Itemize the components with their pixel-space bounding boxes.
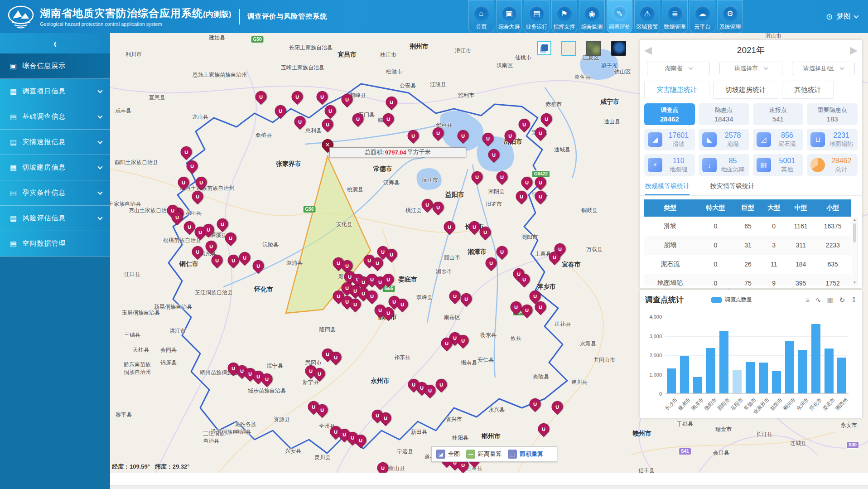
map-label-城步苗族自治县: 城步苗族自治县 (248, 387, 286, 395)
stat-card-隐患点[interactable]: 隐患点18434 (699, 103, 749, 125)
bar-常德市[interactable] (746, 362, 755, 393)
bar-湘潭市[interactable] (693, 377, 702, 393)
chevron-down-icon (764, 66, 768, 70)
sidebar-item-label: 基础调查信息 (22, 112, 98, 121)
tab-灾害隐患统计[interactable]: 灾害隐患统计 (644, 81, 709, 99)
bar-长沙市[interactable] (667, 368, 676, 393)
type-card-地裂缝[interactable]: ⚡110地裂缝 (644, 154, 695, 176)
nav-item-云平台[interactable]: ☁云平台 (690, 0, 715, 33)
sidebar-item-icon: ▤ (10, 214, 17, 223)
nav-item-指挥支撑[interactable]: ⚑指挥支撑 (551, 0, 577, 33)
satellite-basemap-thumb[interactable] (586, 41, 601, 56)
map-label-酉阳土家族自治县: 酉阳土家族自治县 (115, 159, 158, 166)
bar-益阳市[interactable] (772, 371, 781, 393)
stat-card-速报点[interactable]: 速报点541 (753, 103, 804, 125)
tab-切坡建房统计[interactable]: 切坡建房统计 (713, 81, 778, 99)
map-tool-距离量算[interactable]: ⊶距离量算 (466, 450, 502, 459)
sidebar-item-空间数据管理[interactable]: ▤空间数据管理 (0, 231, 110, 257)
type-card-value: 856 (781, 131, 793, 140)
bar-岳阳市[interactable] (733, 370, 742, 393)
nav-item-综合大屏[interactable]: ▣综合大屏 (496, 0, 522, 33)
table-scrollbar[interactable]: ▲ ▼ (852, 217, 858, 286)
map-label-通山县: 通山县 (604, 118, 620, 126)
prev-year-button[interactable]: ◀ (644, 45, 652, 55)
type-card-text: 2578崩塌 (720, 131, 746, 148)
bar-郴州市[interactable] (785, 341, 794, 393)
subtab-按灾情等级统计[interactable]: 按灾情等级统计 (710, 182, 755, 195)
type-card-text: 110地裂缝 (666, 157, 691, 174)
nav-label: 数据管理 (664, 23, 686, 31)
nav-item-区域预警[interactable]: ⚠区域预警 (634, 0, 660, 33)
map-label-长阳土家族自治县: 长阳土家族自治县 (289, 44, 333, 52)
map-label-沅江市: 沅江市 (422, 176, 438, 184)
street-basemap-thumb[interactable] (561, 41, 576, 56)
subtab-按规模等级统计[interactable]: 按规模等级统计 (645, 182, 690, 195)
chart-tool-4[interactable]: ⇩ (851, 296, 857, 304)
type-card-地面塌陷[interactable]: ⊔2231地面塌陷 (807, 129, 858, 150)
next-year-button[interactable]: ▶ (850, 45, 858, 55)
region-select-1[interactable]: 请选择市 (719, 62, 782, 75)
sidebar-item-基础调查信息[interactable]: ▤基础调查信息 (0, 104, 110, 130)
map-label-永州市: 永州市 (371, 377, 390, 385)
sidebar-collapse-button[interactable]: ‹ (0, 33, 110, 53)
bar-湘西州[interactable] (837, 358, 846, 393)
legend-label: 调查点数量 (725, 296, 752, 304)
type-card-崩塌[interactable]: ◣2578崩塌 (699, 129, 749, 150)
nav-item-系统管理[interactable]: ⚙系统管理 (717, 0, 743, 33)
sidebar-item-风险评估信息[interactable]: ▤风险评估信息 (0, 206, 110, 231)
chart-legend[interactable]: 调查点数量 (711, 296, 752, 304)
type-card-地面沉降[interactable]: ↓85地面沉降 (699, 154, 749, 176)
bar-怀化市[interactable] (811, 324, 820, 393)
scroll-up-icon[interactable]: ▲ (852, 218, 857, 222)
chart-tool-3[interactable]: ↻ (839, 296, 845, 304)
stat-card-重要隐患点[interactable]: 重要隐患点183 (807, 103, 858, 125)
chart-tool-1[interactable]: ∿ (815, 296, 821, 304)
bar-张家界市[interactable] (759, 363, 768, 393)
scroll-thumb[interactable] (853, 223, 856, 242)
layers-button[interactable] (537, 41, 551, 55)
map-tool-全图[interactable]: ◪全图 (436, 450, 460, 459)
type-cards: ◢17601滑坡◣2578崩塌◿856泥石流⊔2231地面塌陷⚡110地裂缝↓8… (644, 129, 858, 176)
bar-永州市[interactable] (798, 350, 807, 393)
type-card-滑坡[interactable]: ◢17601滑坡 (644, 129, 695, 150)
sidebar-item-灾情速报信息[interactable]: ▤灾情速报信息 (0, 130, 110, 155)
nav-item-首页[interactable]: ⌂首页 (468, 0, 494, 33)
type-card-总计[interactable]: ◔28462总计 (807, 154, 858, 176)
chevron-down-icon[interactable] (854, 13, 858, 18)
sidebar-item-孕灾条件信息[interactable]: ▤孕灾条件信息 (0, 180, 110, 206)
bar-邵阳市[interactable] (719, 331, 728, 393)
type-card-label: 地面塌陷 (829, 140, 853, 148)
nav-item-综合监测[interactable]: ◉综合监测 (579, 0, 605, 33)
sidebar-item-综合信息展示[interactable]: ▣综合信息展示 (0, 53, 110, 79)
nav-item-业务运行[interactable]: ▤业务运行 (524, 0, 550, 33)
chart-tool-0[interactable]: ≡ (805, 296, 810, 304)
globe-basemap-thumb[interactable] (611, 41, 626, 56)
bar-株洲市[interactable] (680, 356, 689, 393)
map-label-潜山市: 潜山市 (765, 33, 781, 40)
sidebar-item-icon: ▣ (10, 62, 17, 70)
地裂缝-icon: ⚡ (648, 158, 662, 172)
sidebar-item-调查项目信息[interactable]: ▤调查项目信息 (0, 79, 110, 104)
type-card-泥石流[interactable]: ◿856泥石流 (753, 129, 804, 150)
map-tool-面积量算[interactable]: ⬚面积量算 (508, 450, 543, 459)
region-select-2[interactable]: 请选择县/区 (792, 62, 855, 75)
grade-table-wrap: 类型特大型巨型大型中型小型 滑坡0650116116375崩塌031331122… (644, 199, 858, 286)
sidebar-menu: ▣综合信息展示▤调查项目信息▤基础调查信息▤灾情速报信息▤切坡建房信息▤孕灾条件… (0, 53, 110, 257)
stat-card-调查点[interactable]: 调查点28462 (644, 103, 695, 125)
latitude-value: 29.32° (173, 463, 190, 470)
bar-娄底市[interactable] (825, 349, 834, 393)
type-card-其他[interactable]: ▦5001其他 (753, 154, 804, 176)
nav-item-调查评价[interactable]: ✎调查评价 (607, 0, 632, 33)
chart-tool-2[interactable]: ▥ (827, 296, 834, 304)
map-label-湘乡市: 湘乡市 (436, 268, 452, 276)
scroll-down-icon[interactable]: ▼ (852, 281, 857, 285)
tab-其他统计[interactable]: 其他统计 (782, 81, 834, 99)
eye-icon[interactable]: ⊙ (826, 12, 833, 22)
user-name[interactable]: 梦图 (836, 12, 851, 21)
region-select-0[interactable]: 湖南省 (647, 62, 710, 75)
bar-衡阳市[interactable] (706, 348, 715, 393)
table-cell: 0 (761, 217, 787, 236)
map-label-祁东县: 祁东县 (394, 353, 410, 361)
nav-item-数据管理[interactable]: ≣数据管理 (662, 0, 688, 33)
sidebar-item-切坡建房信息[interactable]: ▤切坡建房信息 (0, 155, 110, 180)
